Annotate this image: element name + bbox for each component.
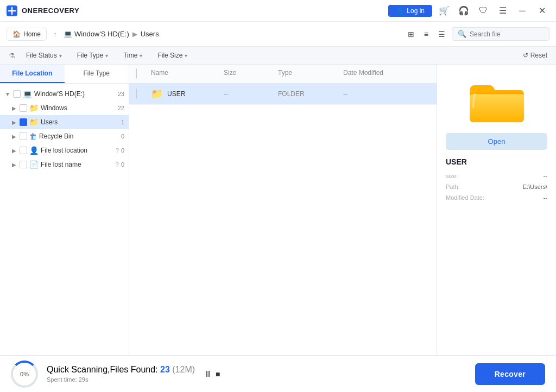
chevron-down-icon: ▾ [59,53,62,59]
list-view-button[interactable]: ≡ [421,28,432,41]
tree-expand-icon: ▶ [11,134,17,140]
header-checkbox-col [136,69,151,79]
tree-checkbox-windows[interactable] [20,104,27,112]
toolbar: 🏠 Home ↑ 💻 Window'S HD(E:) ▶ Users ⊞ ≡ ☰… [0,22,556,47]
breadcrumb-arrow-icon: ▶ [132,30,137,38]
up-button[interactable]: ↑ [51,30,59,39]
title-bar-right: 👤 Log in 🛒 🎧 🛡 ☰ ─ ✕ [388,3,549,18]
pause-button[interactable]: ⏸ [204,369,212,379]
file-date-modified: -- [343,90,430,98]
file-area: Name Size Type Date Modified 📁 USER -- F… [129,65,437,355]
headset-button[interactable]: 🎧 [456,3,471,18]
open-button[interactable]: Open [446,133,547,150]
file-type-filter[interactable]: File Type ▾ [73,50,112,61]
tree-label-users: Users [41,118,119,126]
tree-count-lost-location: 0 [121,147,124,154]
tree-checkbox-recycle[interactable] [20,132,27,140]
breadcrumb-drive: 💻 Window'S HD(E:) [64,30,129,38]
tree-label-lost-location: File lost location [41,147,112,154]
recover-button[interactable]: Recover [475,363,545,385]
path-value: E:\Users\ [523,184,547,190]
file-size-filter[interactable]: File Size ▾ [153,50,192,61]
chevron-down-icon: ▾ [105,53,108,59]
shield-button[interactable]: 🛡 [476,3,491,18]
row-checkbox[interactable] [136,89,151,99]
tree-expand-icon: ▶ [11,148,17,154]
tree-label-lost-name: File lost name [41,161,112,168]
meta-size-row: size: -- [446,173,547,179]
tree-item-windows[interactable]: ▶ 📁 Windows 22 [0,101,129,115]
search-input[interactable] [470,30,540,38]
size-label: size: [446,173,458,179]
scan-title: Quick Scanning,Files Found: [47,365,158,374]
app-logo-icon [7,5,17,16]
filter-icon: ⚗ [9,52,15,60]
file-status-filter[interactable]: File Status ▾ [22,50,66,61]
table-header: Name Size Type Date Modified [129,65,437,84]
tab-file-type[interactable]: File Type [65,65,129,83]
svg-rect-2 [470,94,523,122]
col-size: Size [224,69,278,79]
main-area: File Location File Type ▼ 💻 Window'S HD(… [0,65,556,355]
search-icon: 🔍 [458,30,466,38]
tree-count-users: 1 [121,119,124,125]
scan-time: Spent time: 29s [47,376,195,383]
minimize-button[interactable]: ─ [515,3,530,18]
tree-count-windows: 22 [118,105,124,111]
tree-expand-icon: ▼ [4,91,11,97]
tree-checkbox-users[interactable] [20,118,27,126]
filter-bar: ⚗ File Status ▾ File Type ▾ Time ▾ File … [0,47,556,65]
login-button[interactable]: 👤 Log in [388,5,432,17]
col-type: Type [278,69,343,79]
reset-filter-button[interactable]: ↺ Reset [523,52,547,59]
progress-circle: 0% [11,361,38,388]
file-name: USER [167,90,185,98]
tree-expand-icon: ▶ [11,119,17,125]
tree-checkbox-drive[interactable] [13,90,21,98]
tree-item-drive[interactable]: ▼ 💻 Window'S HD(E:) 23 [0,87,129,101]
tree-checkbox-lost-name[interactable] [20,161,27,168]
col-date-modified: Date Modified [343,69,430,79]
tree-item-users[interactable]: ▶ 📁 Users 1 [0,115,129,129]
folder-preview-icon [467,75,527,124]
close-button[interactable]: ✕ [534,3,549,18]
windows-icon: 📁 [29,104,39,112]
tree-expand-icon: ▶ [11,162,17,168]
scan-count: 23 [160,365,170,374]
folder-icon: 📁 [151,88,163,100]
tab-file-location[interactable]: File Location [0,65,65,83]
menu-button[interactable]: ☰ [495,3,510,18]
details-view-button[interactable]: ☰ [435,28,448,41]
select-all-checkbox[interactable] [136,68,137,79]
file-size: -- [224,90,278,98]
tree-item-file-lost-name[interactable]: ▶ 📄 File lost name ? 0 [0,157,129,172]
size-value: -- [544,173,547,179]
home-icon: 🏠 [12,30,21,38]
table-row[interactable]: 📁 USER -- FOLDER -- [129,84,437,105]
tab-row: File Location File Type [0,65,129,84]
chevron-down-icon: ▾ [185,53,187,59]
modified-label: Modified Date: [446,194,484,201]
lost-name-icon: 📄 [29,160,39,169]
help-icon-location: ? [116,148,119,154]
reset-icon: ↺ [523,52,528,59]
home-button[interactable]: 🏠 Home [7,28,47,41]
scan-controls: ⏸ ■ [204,369,220,379]
time-filter[interactable]: Time ▾ [119,50,147,61]
tree-item-recycle-bin[interactable]: ▶ 🗑 Recycle Bin 0 [0,129,129,143]
meta-modified-row: Modified Date: -- [446,194,547,201]
tree-label-recycle-bin: Recycle Bin [39,132,119,140]
cart-button[interactable]: 🛒 [437,3,452,18]
file-table-body: 📁 USER -- FOLDER -- [129,84,437,355]
scan-title-row: Quick Scanning,Files Found: 23 (12M) [47,365,195,375]
user-icon: 👤 [396,7,404,15]
grid-view-button[interactable]: ⊞ [405,28,418,41]
tree-item-file-lost-location[interactable]: ▶ 👤 File lost location ? 0 [0,143,129,157]
stop-button[interactable]: ■ [216,370,220,378]
breadcrumb-folder: Users [141,30,159,38]
drive-icon: 💻 [64,30,72,38]
title-bar-left: ONERECOVERY [7,5,79,16]
tree-checkbox-lost-location[interactable] [20,147,27,154]
recycle-bin-icon: 🗑 [29,132,37,141]
file-meta: size: -- Path: E:\Users\ Modified Date: … [446,173,547,205]
